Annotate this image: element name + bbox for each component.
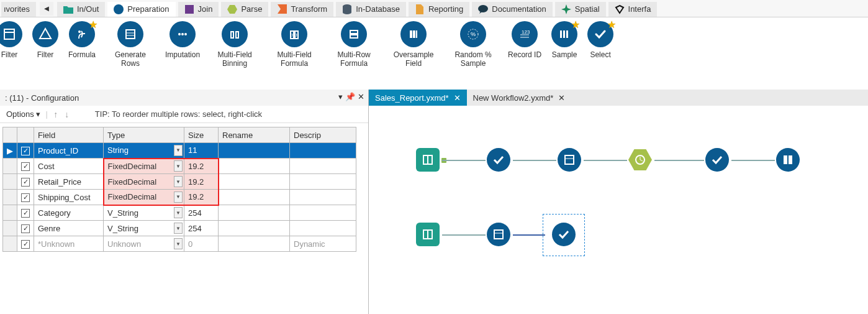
checkbox[interactable]: ✓: [21, 240, 30, 249]
configuration-panel: : (11) - Configuration ▾ 📌 ✕ Options ▾ |…: [0, 90, 369, 314]
mf-formula-icon: [281, 21, 307, 47]
burst-icon: [561, 4, 571, 14]
tool-multirow-formula[interactable]: Multi-Row Formula: [324, 21, 384, 68]
circle-icon: [114, 4, 124, 14]
svg-rect-1: [185, 5, 194, 14]
node-select2[interactable]: [705, 148, 729, 172]
chevron-down-icon[interactable]: ▼: [174, 192, 183, 203]
checkbox[interactable]: ✓: [21, 178, 30, 187]
svg-rect-24: [413, 30, 415, 38]
svg-point-20: [184, 33, 187, 35]
tool-imputation[interactable]: Imputation: [160, 21, 205, 60]
chevron-down-icon[interactable]: ▼: [174, 145, 183, 156]
generate-rows-icon: [117, 21, 143, 47]
table-row[interactable]: ✓Retail_PriceFixedDecimal▼19.2: [3, 174, 356, 190]
tool-generate-rows[interactable]: Generate Rows: [101, 21, 160, 68]
category-indatabase[interactable]: In-Database: [336, 2, 406, 17]
table-row[interactable]: ✓Shipping_CostFixedDecimal▼19.2: [3, 190, 356, 205]
oversample-icon: [400, 21, 427, 47]
svg-rect-23: [410, 30, 412, 38]
move-down-button[interactable]: ↓: [61, 109, 73, 119]
move-up-button[interactable]: ↑: [50, 109, 61, 119]
category-documentation[interactable]: Documentation: [472, 2, 552, 17]
table-row[interactable]: ✓CategoryV_String▼254: [3, 205, 356, 221]
category-preparation[interactable]: Preparation: [107, 2, 175, 17]
col-type[interactable]: Type: [104, 127, 184, 143]
svg-rect-31: [560, 30, 562, 38]
table-row[interactable]: ▶✓Product_IDString▼11: [3, 143, 356, 159]
chevron-down-icon[interactable]: ▼: [174, 176, 183, 187]
canvas-area: Sales_Report.yxmd*✕ New Workflow2.yxmd*✕: [369, 90, 868, 314]
table-row[interactable]: ✓CostFixedDecimal▼19.2: [3, 159, 356, 174]
tool-category-bar: ıvorites ◄ In/Out Preparation Join Parse…: [0, 0, 868, 17]
category-reporting[interactable]: Reporting: [409, 2, 469, 17]
chevron-down-icon[interactable]: ▼: [174, 238, 183, 249]
tool-multifield-binning[interactable]: Multi-Field Binning: [205, 21, 264, 68]
tool-sample[interactable]: ★ Sample: [546, 21, 582, 60]
category-inout[interactable]: In/Out: [57, 2, 105, 17]
checkbox[interactable]: ✓: [21, 193, 30, 202]
nav-prev-icon[interactable]: ◄: [40, 2, 53, 16]
svg-point-19: [181, 33, 184, 35]
node-data-cleanse-2[interactable]: [487, 223, 510, 246]
random-pct-icon: %: [460, 21, 486, 47]
tool-multifield-formula[interactable]: Multi-Field Formula: [264, 21, 324, 68]
database-icon: [342, 4, 352, 14]
table-row[interactable]: ✓GenreV_String▼254: [3, 221, 356, 236]
svg-rect-25: [416, 30, 417, 38]
category-parse[interactable]: Parse: [221, 2, 268, 17]
tool-select[interactable]: ★ Select: [582, 21, 618, 60]
node-auto-field[interactable]: [776, 148, 800, 172]
pin-icon[interactable]: 📌: [345, 92, 355, 101]
svg-rect-21: [350, 30, 358, 34]
tab-new-workflow[interactable]: New Workflow2.yxmd*✕: [467, 90, 572, 106]
field-grid[interactable]: Field Type Size Rename Descrip ▶✓Product…: [2, 127, 356, 252]
chevron-down-icon[interactable]: ▼: [174, 207, 183, 218]
checkbox[interactable]: ✓: [21, 147, 30, 155]
svg-rect-45: [494, 230, 503, 239]
favorite-star-icon: ★: [607, 19, 616, 30]
col-field[interactable]: Field: [34, 127, 104, 143]
svg-marker-13: [40, 29, 51, 39]
category-spatial[interactable]: Spatial: [555, 2, 606, 17]
category-interface[interactable]: Interfa: [608, 2, 658, 17]
col-descrip[interactable]: Descrip: [290, 127, 356, 143]
options-menu[interactable]: Options ▾: [4, 108, 43, 120]
workflow-tabs: Sales_Report.yxmd*✕ New Workflow2.yxmd*✕: [369, 90, 868, 106]
tool-filter[interactable]: Filter: [27, 21, 63, 60]
diamond-icon: [615, 4, 625, 14]
chevron-down-icon[interactable]: ▼: [174, 223, 183, 234]
col-rename[interactable]: Rename: [219, 127, 290, 143]
table-row[interactable]: ✓*UnknownUnknown▼0Dynamic: [3, 236, 356, 252]
dropdown-icon[interactable]: ▾: [338, 92, 343, 101]
node-data-cleanse[interactable]: [558, 148, 581, 172]
tool-date-filter[interactable]: Filter: [0, 21, 27, 60]
checkbox[interactable]: ✓: [21, 224, 30, 233]
close-icon[interactable]: ✕: [558, 93, 565, 103]
close-icon[interactable]: ✕: [454, 93, 461, 103]
chevron-down-icon[interactable]: ▼: [174, 160, 183, 172]
tool-record-id[interactable]: 123 Record ID: [503, 21, 546, 60]
workflow-canvas[interactable]: [369, 106, 868, 314]
record-id-icon: 123: [512, 21, 538, 47]
tool-formula[interactable]: ★ Formula: [63, 21, 101, 60]
svg-text:123: 123: [522, 29, 530, 35]
node-input-2[interactable]: [416, 223, 440, 246]
node-select[interactable]: [487, 148, 510, 172]
tab-sales-report[interactable]: Sales_Report.yxmd*✕: [369, 90, 467, 106]
checkbox[interactable]: ✓: [21, 209, 30, 218]
category-transform[interactable]: Transform: [271, 2, 333, 17]
category-join[interactable]: Join: [178, 2, 219, 17]
tool-random-sample[interactable]: % Random % Sample: [443, 21, 503, 68]
tool-oversample[interactable]: Oversample Field: [384, 21, 443, 68]
mr-formula-icon: [341, 21, 367, 47]
checkbox[interactable]: ✓: [21, 162, 30, 171]
favorites-tab[interactable]: ıvorites: [1, 2, 36, 17]
comment-icon: [478, 4, 488, 14]
node-select-new[interactable]: [552, 223, 576, 246]
col-size[interactable]: Size: [184, 127, 219, 143]
svg-rect-33: [566, 30, 568, 38]
node-datetime[interactable]: [628, 148, 652, 172]
close-icon[interactable]: ✕: [358, 92, 364, 101]
node-input[interactable]: [416, 148, 440, 172]
